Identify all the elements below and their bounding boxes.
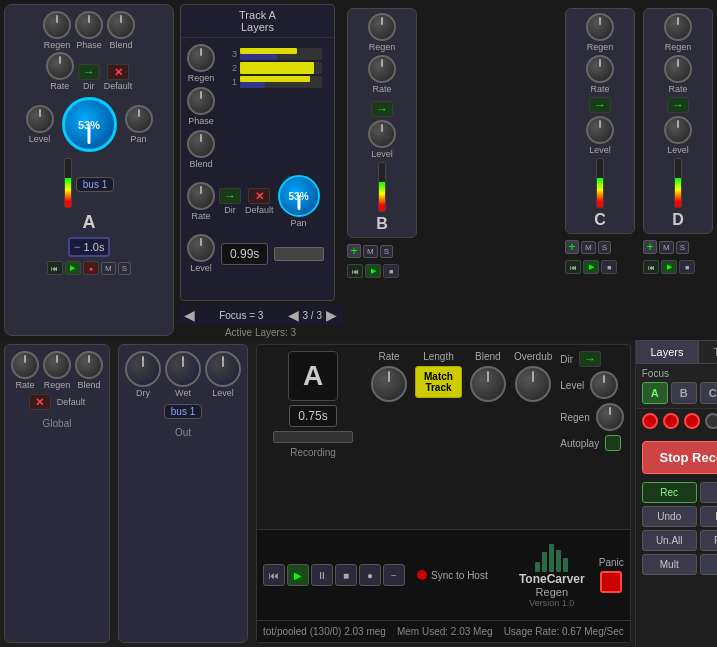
stop-btn-b[interactable]: ■	[383, 264, 399, 278]
prev-btn-a[interactable]: ⏮	[47, 261, 63, 275]
rec-dir-btn[interactable]: →	[579, 351, 601, 367]
rate-knob-c[interactable]	[586, 55, 614, 83]
rec-overdub-knob[interactable]	[515, 366, 551, 402]
play-btn-c[interactable]: ▶	[583, 260, 599, 274]
time-toggle-a[interactable]: − 1.0s	[68, 237, 111, 257]
main-knob-a[interactable]: 53%	[62, 97, 117, 152]
transport-pause-btn[interactable]: ⏸	[311, 564, 333, 586]
default-btn-a[interactable]: ✕	[107, 64, 129, 80]
track-main-knob[interactable]: 53%	[278, 175, 320, 217]
rec-rate-knob[interactable]	[371, 366, 407, 402]
plus-btn-d[interactable]: +	[643, 240, 657, 254]
un-all-action-btn[interactable]: Un.All	[642, 530, 697, 551]
rec-length-section: Length Match Track	[415, 351, 462, 523]
div-action-btn[interactable]: Div	[700, 554, 717, 575]
transport-prev-btn[interactable]: ⏮	[263, 564, 285, 586]
regen-knob-c[interactable]	[586, 13, 614, 41]
phase-knob-a[interactable]	[75, 11, 103, 39]
dir-btn-d[interactable]: →	[667, 97, 689, 113]
stop-record-btn[interactable]: Stop Record	[642, 441, 717, 474]
track-dir-btn[interactable]: →	[219, 188, 241, 204]
s-btn-b[interactable]: S	[380, 245, 393, 258]
s-btn-d[interactable]: S	[676, 241, 689, 254]
play-btn-b[interactable]: ▶	[365, 264, 381, 278]
global-rate-knob[interactable]	[11, 351, 39, 379]
regen-knob-a[interactable]	[43, 11, 71, 39]
prev-btn-d[interactable]: ⏮	[643, 260, 659, 274]
rec-level-knob[interactable]	[590, 371, 618, 399]
level-knob-b[interactable]	[368, 120, 396, 148]
play-btn-d[interactable]: ▶	[661, 260, 677, 274]
repl-action-btn[interactable]: Repl	[700, 482, 717, 503]
re-all-action-btn[interactable]: Re.All	[700, 530, 717, 551]
abcd-btn-b[interactable]: B	[671, 382, 697, 404]
rec-level-label: Level	[560, 380, 584, 391]
track-default-btn[interactable]: ✕	[248, 188, 270, 204]
out-level-knob[interactable]	[205, 351, 241, 387]
dry-knob[interactable]	[125, 351, 161, 387]
channel-b: Regen Rate → Level	[347, 8, 417, 238]
abcd-btn-c[interactable]: C	[700, 382, 717, 404]
blend-knob-a[interactable]	[107, 11, 135, 39]
nav-left-btn[interactable]: ◀	[182, 307, 197, 323]
level-knob-c[interactable]	[586, 116, 614, 144]
tonecarver-version: Version 1.0	[529, 598, 574, 608]
transport-minus-btn[interactable]: −	[383, 564, 405, 586]
tab-tracks[interactable]: Tracks	[698, 340, 717, 364]
match-track-btn[interactable]: Match Track	[415, 366, 462, 398]
wet-knob[interactable]	[165, 351, 201, 387]
page-right-btn[interactable]: ▶	[324, 307, 339, 323]
panic-tonecarver: ToneCarver Regen Version 1.0 Panic	[492, 534, 624, 616]
plus-btn-b[interactable]: +	[347, 244, 361, 258]
track-phase-knob[interactable]	[187, 87, 215, 115]
channel-c-transport: ⏮ ▶ ■	[563, 258, 637, 276]
track-regen-knob[interactable]	[187, 44, 215, 72]
m-btn-c[interactable]: M	[581, 241, 596, 254]
rate-knob-d[interactable]	[664, 55, 692, 83]
global-regen-knob[interactable]	[43, 351, 71, 379]
regen-knob-b[interactable]	[368, 13, 396, 41]
level-knob-a[interactable]	[26, 105, 54, 133]
global-blend-knob[interactable]	[75, 351, 103, 379]
mult-action-btn[interactable]: Mult	[642, 554, 697, 575]
dir-btn-b[interactable]: →	[371, 101, 393, 117]
rec-regen-knob[interactable]	[596, 403, 624, 431]
dir-btn-a[interactable]: →	[78, 64, 100, 80]
transport-rec-btn[interactable]: ●	[359, 564, 381, 586]
autoplay-led[interactable]	[605, 435, 621, 451]
rate-knob-a[interactable]	[46, 52, 74, 80]
play-btn-a[interactable]: ▶	[65, 261, 81, 275]
global-default-btn[interactable]: ✕	[29, 394, 51, 410]
prev-btn-c[interactable]: ⏮	[565, 260, 581, 274]
stop-btn-d[interactable]: ■	[679, 260, 695, 274]
rate-knob-b[interactable]	[368, 55, 396, 83]
rec-btn-a[interactable]: ●	[83, 261, 99, 275]
panic-btn[interactable]	[600, 571, 622, 593]
track-blend-knob[interactable]	[187, 130, 215, 158]
s-btn-a[interactable]: S	[118, 262, 131, 275]
m-btn-b[interactable]: M	[363, 245, 378, 258]
transport-stop-btn[interactable]: ■	[335, 564, 357, 586]
s-btn-c[interactable]: S	[598, 241, 611, 254]
regen-knob-d[interactable]	[664, 13, 692, 41]
dir-btn-c[interactable]: →	[589, 97, 611, 113]
abcd-btn-a[interactable]: A	[642, 382, 668, 404]
m-btn-d[interactable]: M	[659, 241, 674, 254]
redo-action-btn[interactable]: Redo	[700, 506, 717, 527]
dry-group: Dry	[125, 351, 161, 398]
rec-rate-label: Rate	[378, 351, 399, 362]
prev-btn-b[interactable]: ⏮	[347, 264, 363, 278]
transport-play-btn[interactable]: ▶	[287, 564, 309, 586]
track-rate-knob[interactable]	[187, 182, 215, 210]
track-level-knob[interactable]	[187, 234, 215, 262]
stop-btn-c[interactable]: ■	[601, 260, 617, 274]
tab-layers[interactable]: Layers	[636, 340, 699, 364]
page-left-btn[interactable]: ◀	[286, 307, 301, 323]
level-knob-d[interactable]	[664, 116, 692, 144]
rec-blend-knob[interactable]	[470, 366, 506, 402]
pan-knob-a[interactable]	[125, 105, 153, 133]
m-btn-a[interactable]: M	[101, 262, 116, 275]
plus-btn-c[interactable]: +	[565, 240, 579, 254]
undo-action-btn[interactable]: Undo	[642, 506, 697, 527]
rec-action-btn[interactable]: Rec	[642, 482, 697, 503]
